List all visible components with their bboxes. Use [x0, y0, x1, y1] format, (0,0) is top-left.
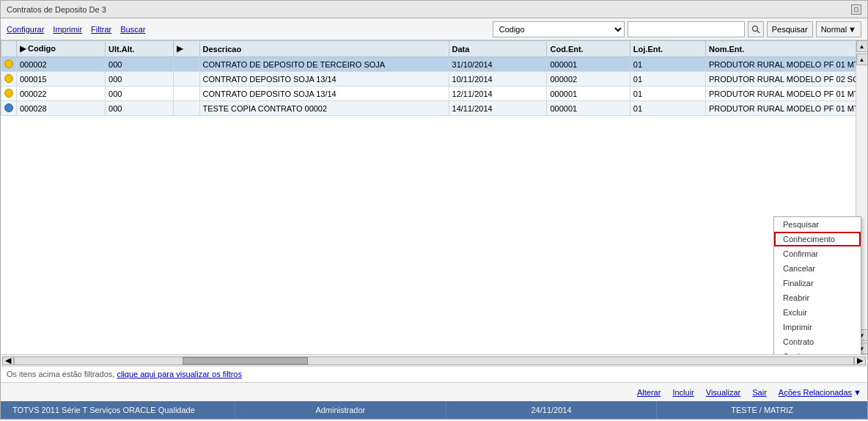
filtrar-link[interactable]: Filtrar: [91, 25, 111, 34]
pesquisar-button[interactable]: Pesquisar: [767, 21, 813, 37]
cell-ultAlt: 000: [106, 101, 174, 116]
table-row[interactable]: 000028000TESTE COPIA CONTRATO 0000214/11…: [1, 101, 867, 116]
context-menu-item[interactable]: Confirmar: [774, 246, 861, 261]
col-header-ultalt: Ult.Alt.: [106, 41, 174, 57]
context-menu-item[interactable]: Pesquisar: [774, 217, 861, 232]
cell-descricao: TESTE COPIA CONTRATO 00002: [199, 101, 449, 116]
cell-lojEnt: 01: [630, 87, 705, 101]
status-date: 24/11/2014: [446, 401, 658, 419]
data-table: ▶ Codigo Ult.Alt. ▶ Descricao Data Cod.E…: [1, 40, 867, 116]
context-menu-item[interactable]: Finalizar: [774, 276, 861, 290]
minimize-button[interactable]: □: [851, 4, 861, 15]
yellow-status-dot: [4, 59, 13, 68]
col-header-arrow[interactable]: ▶: [174, 41, 200, 57]
col-header-codent: Cod.Ent.: [547, 41, 630, 57]
context-menu-item[interactable]: Cancelar: [774, 261, 861, 276]
status-dot-cell: [1, 72, 17, 87]
cell-nomEnt: PRODUTOR RURAL MODELO PF 02 SC: [706, 72, 867, 87]
acoes-dropdown-icon: ▼: [853, 388, 861, 397]
cell-empty: [174, 87, 200, 101]
context-menu-item[interactable]: Reabrir: [774, 290, 861, 305]
cell-empty: [174, 57, 200, 72]
buscar-link[interactable]: Buscar: [120, 25, 145, 34]
cell-codEnt: 000001: [547, 101, 630, 116]
cell-descricao: CONTRATO DEPOSITO SOJA 13/14: [199, 72, 449, 87]
table-area: ▶ Codigo Ult.Alt. ▶ Descricao Data Cod.E…: [1, 40, 867, 354]
cell-lojEnt: 01: [630, 101, 705, 116]
context-menu-item[interactable]: Copiar: [774, 349, 861, 354]
context-menu-item[interactable]: Contrato: [774, 334, 861, 349]
window-title: Contratos de Deposito De 3: [7, 5, 106, 14]
table-row[interactable]: 000015000CONTRATO DEPOSITO SOJA 13/1410/…: [1, 72, 867, 87]
search-combo: Codigo Descricao Data Pesquisar Normal ▼: [493, 21, 861, 37]
cell-lojEnt: 01: [630, 57, 705, 72]
filter-text: Os itens acima estão filtrados,: [7, 370, 114, 378]
status-system: TOTVS 2011 Série T Serviços ORACLE Quali…: [1, 401, 235, 419]
magnifier-icon: [751, 25, 760, 34]
col-header-descricao: Descricao: [199, 41, 449, 57]
cell-codigo: 000022: [17, 87, 106, 101]
imprimir-link[interactable]: Imprimir: [53, 25, 82, 34]
search-icon-button[interactable]: [748, 21, 764, 37]
status-dot-cell: [1, 101, 17, 116]
svg-point-0: [752, 26, 757, 31]
scroll-up-button[interactable]: ▲: [856, 40, 868, 52]
toolbar: Configurar Imprimir Filtrar Buscar Codig…: [1, 18, 867, 40]
action-bar: Alterar Incluir Visualizar Sair Ações Re…: [1, 382, 867, 401]
col-header-codigo[interactable]: ▶ Codigo: [17, 41, 106, 57]
col-header-lojent: Loj.Ent.: [630, 41, 705, 57]
cell-descricao: CONTRATO DE DEPOSITO DE TERCEIRO SOJA: [199, 57, 449, 72]
filter-link[interactable]: clique aqui para visualizar os filtros: [117, 370, 242, 378]
filter-notice: Os itens acima estão filtrados, clique a…: [1, 366, 867, 382]
context-menu: PesquisarConhecimentoConfirmarCancelarFi…: [773, 216, 861, 354]
status-dot-cell: [1, 57, 17, 72]
cell-data: 31/10/2014: [449, 57, 547, 72]
svg-line-1: [757, 31, 760, 33]
blue-status-dot: [4, 103, 13, 112]
cell-codigo: 000028: [17, 101, 106, 116]
configurar-link[interactable]: Configurar: [7, 25, 44, 34]
yellow-status-dot: [4, 74, 13, 83]
cell-data: 12/11/2014: [449, 87, 547, 101]
table-row[interactable]: 000002000CONTRATO DE DEPOSITO DE TERCEIR…: [1, 57, 867, 72]
col-header-data: Data: [449, 41, 547, 57]
search-input[interactable]: [628, 21, 745, 37]
cell-empty: [174, 72, 200, 87]
table-row[interactable]: 000022000CONTRATO DEPOSITO SOJA 13/1412/…: [1, 87, 867, 101]
status-bar: TOTVS 2011 Série T Serviços ORACLE Quali…: [1, 401, 867, 419]
normal-label: Normal: [821, 25, 847, 34]
horizontal-scrollbar[interactable]: [14, 356, 854, 365]
sair-link[interactable]: Sair: [752, 388, 767, 397]
cell-codEnt: 000001: [547, 87, 630, 101]
cell-ultAlt: 000: [106, 57, 174, 72]
visualizar-link[interactable]: Visualizar: [706, 388, 741, 397]
context-menu-item[interactable]: Excluir: [774, 305, 861, 320]
cell-nomEnt: PRODUTOR RURAL MODELO PF 01 MT: [706, 101, 867, 116]
cell-codEnt: 000002: [547, 72, 630, 87]
incluir-link[interactable]: Incluir: [672, 388, 694, 397]
scroll-right-button[interactable]: ▶: [854, 356, 866, 365]
acoes-relacionadas-btn[interactable]: Ações Relacionadas ▼: [779, 388, 861, 397]
scrollbar-thumb[interactable]: [183, 357, 309, 365]
context-menu-item[interactable]: Conhecimento: [774, 232, 861, 246]
main-window: Configurar Imprimir Filtrar Buscar Codig…: [0, 18, 868, 420]
cell-codigo: 000015: [17, 72, 106, 87]
horizontal-scrollbar-area: ◀ ▶: [1, 354, 867, 366]
dropdown-arrow-icon: ▼: [848, 25, 856, 34]
cell-ultAlt: 000: [106, 87, 174, 101]
scroll-left-button[interactable]: ◀: [2, 356, 14, 365]
cell-codigo: 000002: [17, 57, 106, 72]
col-header-status: [1, 41, 17, 57]
cell-ultAlt: 000: [106, 72, 174, 87]
scroll-up2-button[interactable]: ▲: [856, 54, 868, 65]
cell-data: 10/11/2014: [449, 72, 547, 87]
normal-button[interactable]: Normal ▼: [816, 21, 861, 37]
alterar-link[interactable]: Alterar: [637, 388, 661, 397]
search-field-select[interactable]: Codigo Descricao Data: [493, 21, 625, 37]
acoes-relacionadas-label[interactable]: Ações Relacionadas: [779, 388, 852, 397]
cell-nomEnt: PRODUTOR RURAL MODELO PF 01 MT: [706, 87, 867, 101]
col-header-noment: Nom.Ent.: [706, 41, 867, 57]
context-menu-item[interactable]: Imprimir: [774, 320, 861, 334]
cell-nomEnt: PRODUTOR RURAL MODELO PF 01 MT: [706, 57, 867, 72]
status-user: Administrador: [235, 401, 446, 419]
